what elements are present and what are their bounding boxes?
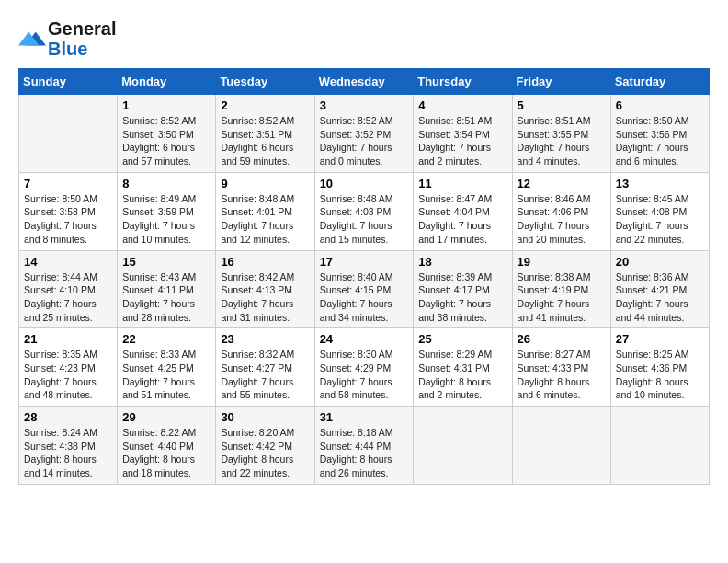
day-info: Sunrise: 8:47 AM Sunset: 4:04 PM Dayligh… bbox=[418, 192, 506, 247]
day-number: 17 bbox=[320, 255, 409, 269]
day-info: Sunrise: 8:24 AM Sunset: 4:38 PM Dayligh… bbox=[24, 426, 112, 480]
day-number: 2 bbox=[221, 98, 309, 112]
day-cell: 31Sunrise: 8:18 AM Sunset: 4:44 PM Dayli… bbox=[314, 407, 414, 485]
day-cell bbox=[19, 95, 118, 173]
day-cell: 24Sunrise: 8:30 AM Sunset: 4:29 PM Dayli… bbox=[314, 328, 414, 407]
day-info: Sunrise: 8:39 AM Sunset: 4:17 PM Dayligh… bbox=[418, 270, 506, 325]
day-number: 31 bbox=[320, 410, 409, 424]
day-number: 13 bbox=[616, 177, 704, 190]
day-info: Sunrise: 8:45 AM Sunset: 4:08 PM Dayligh… bbox=[616, 192, 704, 247]
day-cell: 8Sunrise: 8:49 AM Sunset: 3:59 PM Daylig… bbox=[118, 172, 216, 250]
day-info: Sunrise: 8:27 AM Sunset: 4:33 PM Dayligh… bbox=[518, 348, 606, 402]
day-info: Sunrise: 8:29 AM Sunset: 4:31 PM Dayligh… bbox=[418, 348, 506, 402]
calendar-header-row: SundayMondayTuesdayWednesdayThursdayFrid… bbox=[19, 69, 710, 95]
calendar-table: SundayMondayTuesdayWednesdayThursdayFrid… bbox=[18, 68, 710, 485]
logo-text: General Blue bbox=[48, 18, 116, 59]
column-header-sunday: Sunday bbox=[19, 69, 118, 95]
day-info: Sunrise: 8:30 AM Sunset: 4:29 PM Dayligh… bbox=[320, 348, 409, 402]
column-header-thursday: Thursday bbox=[414, 69, 512, 95]
day-info: Sunrise: 8:48 AM Sunset: 4:01 PM Dayligh… bbox=[221, 192, 309, 247]
day-info: Sunrise: 8:43 AM Sunset: 4:11 PM Dayligh… bbox=[122, 270, 210, 325]
day-cell: 28Sunrise: 8:24 AM Sunset: 4:38 PM Dayli… bbox=[19, 407, 118, 485]
day-number: 10 bbox=[320, 177, 409, 190]
day-info: Sunrise: 8:44 AM Sunset: 4:10 PM Dayligh… bbox=[24, 270, 112, 325]
day-cell: 4Sunrise: 8:51 AM Sunset: 3:54 PM Daylig… bbox=[414, 95, 512, 173]
logo-icon bbox=[18, 25, 46, 52]
day-number: 25 bbox=[418, 332, 506, 346]
day-info: Sunrise: 8:20 AM Sunset: 4:42 PM Dayligh… bbox=[221, 426, 309, 480]
day-number: 1 bbox=[122, 98, 210, 112]
page-header: General Blue bbox=[18, 18, 710, 59]
week-row-4: 21Sunrise: 8:35 AM Sunset: 4:23 PM Dayli… bbox=[19, 328, 710, 407]
day-number: 12 bbox=[518, 177, 606, 190]
day-cell: 14Sunrise: 8:44 AM Sunset: 4:10 PM Dayli… bbox=[19, 250, 118, 328]
day-cell: 11Sunrise: 8:47 AM Sunset: 4:04 PM Dayli… bbox=[414, 172, 512, 250]
day-cell: 22Sunrise: 8:33 AM Sunset: 4:25 PM Dayli… bbox=[118, 328, 216, 407]
day-number: 6 bbox=[616, 98, 704, 112]
week-row-1: 1Sunrise: 8:52 AM Sunset: 3:50 PM Daylig… bbox=[19, 95, 710, 173]
day-number: 22 bbox=[122, 332, 210, 346]
day-cell bbox=[414, 407, 512, 485]
day-info: Sunrise: 8:18 AM Sunset: 4:44 PM Dayligh… bbox=[320, 426, 409, 480]
day-cell: 21Sunrise: 8:35 AM Sunset: 4:23 PM Dayli… bbox=[19, 328, 118, 407]
day-number: 19 bbox=[518, 255, 606, 269]
day-info: Sunrise: 8:38 AM Sunset: 4:19 PM Dayligh… bbox=[518, 270, 606, 325]
day-number: 16 bbox=[221, 255, 309, 269]
day-info: Sunrise: 8:51 AM Sunset: 3:55 PM Dayligh… bbox=[518, 114, 606, 168]
day-cell: 16Sunrise: 8:42 AM Sunset: 4:13 PM Dayli… bbox=[216, 250, 314, 328]
day-cell: 29Sunrise: 8:22 AM Sunset: 4:40 PM Dayli… bbox=[118, 407, 216, 485]
day-number: 18 bbox=[418, 255, 506, 269]
day-info: Sunrise: 8:40 AM Sunset: 4:15 PM Dayligh… bbox=[320, 270, 409, 325]
day-info: Sunrise: 8:50 AM Sunset: 3:56 PM Dayligh… bbox=[616, 114, 704, 168]
day-info: Sunrise: 8:49 AM Sunset: 3:59 PM Dayligh… bbox=[122, 192, 210, 247]
day-info: Sunrise: 8:36 AM Sunset: 4:21 PM Dayligh… bbox=[616, 270, 704, 325]
day-cell: 9Sunrise: 8:48 AM Sunset: 4:01 PM Daylig… bbox=[216, 172, 314, 250]
day-info: Sunrise: 8:35 AM Sunset: 4:23 PM Dayligh… bbox=[24, 348, 112, 402]
day-number: 8 bbox=[122, 177, 210, 190]
day-cell: 7Sunrise: 8:50 AM Sunset: 3:58 PM Daylig… bbox=[19, 172, 118, 250]
day-number: 4 bbox=[418, 98, 506, 112]
day-info: Sunrise: 8:52 AM Sunset: 3:51 PM Dayligh… bbox=[221, 114, 309, 168]
day-number: 27 bbox=[616, 332, 704, 346]
day-info: Sunrise: 8:48 AM Sunset: 4:03 PM Dayligh… bbox=[320, 192, 409, 247]
column-header-wednesday: Wednesday bbox=[314, 69, 414, 95]
day-cell: 10Sunrise: 8:48 AM Sunset: 4:03 PM Dayli… bbox=[314, 172, 414, 250]
day-cell: 5Sunrise: 8:51 AM Sunset: 3:55 PM Daylig… bbox=[512, 95, 610, 173]
day-cell: 15Sunrise: 8:43 AM Sunset: 4:11 PM Dayli… bbox=[118, 250, 216, 328]
day-cell: 27Sunrise: 8:25 AM Sunset: 4:36 PM Dayli… bbox=[610, 328, 709, 407]
day-number: 7 bbox=[24, 177, 112, 190]
day-info: Sunrise: 8:46 AM Sunset: 4:06 PM Dayligh… bbox=[518, 192, 606, 247]
day-info: Sunrise: 8:52 AM Sunset: 3:52 PM Dayligh… bbox=[320, 114, 409, 168]
day-cell: 17Sunrise: 8:40 AM Sunset: 4:15 PM Dayli… bbox=[314, 250, 414, 328]
day-number: 21 bbox=[24, 332, 112, 346]
day-info: Sunrise: 8:50 AM Sunset: 3:58 PM Dayligh… bbox=[24, 192, 112, 247]
day-info: Sunrise: 8:42 AM Sunset: 4:13 PM Dayligh… bbox=[221, 270, 309, 325]
day-cell: 6Sunrise: 8:50 AM Sunset: 3:56 PM Daylig… bbox=[610, 95, 709, 173]
day-cell: 3Sunrise: 8:52 AM Sunset: 3:52 PM Daylig… bbox=[314, 95, 414, 173]
column-header-friday: Friday bbox=[512, 69, 610, 95]
day-cell bbox=[512, 407, 610, 485]
day-cell: 12Sunrise: 8:46 AM Sunset: 4:06 PM Dayli… bbox=[512, 172, 610, 250]
day-info: Sunrise: 8:25 AM Sunset: 4:36 PM Dayligh… bbox=[616, 348, 704, 402]
day-number: 15 bbox=[122, 255, 210, 269]
column-header-saturday: Saturday bbox=[610, 69, 709, 95]
day-info: Sunrise: 8:52 AM Sunset: 3:50 PM Dayligh… bbox=[122, 114, 210, 168]
day-info: Sunrise: 8:33 AM Sunset: 4:25 PM Dayligh… bbox=[122, 348, 210, 402]
day-info: Sunrise: 8:51 AM Sunset: 3:54 PM Dayligh… bbox=[418, 114, 506, 168]
day-number: 5 bbox=[518, 98, 606, 112]
day-number: 26 bbox=[518, 332, 606, 346]
day-number: 11 bbox=[418, 177, 506, 190]
day-cell: 20Sunrise: 8:36 AM Sunset: 4:21 PM Dayli… bbox=[610, 250, 709, 328]
week-row-2: 7Sunrise: 8:50 AM Sunset: 3:58 PM Daylig… bbox=[19, 172, 710, 250]
week-row-5: 28Sunrise: 8:24 AM Sunset: 4:38 PM Dayli… bbox=[19, 407, 710, 485]
day-number: 20 bbox=[616, 255, 704, 269]
day-cell: 13Sunrise: 8:45 AM Sunset: 4:08 PM Dayli… bbox=[610, 172, 709, 250]
day-info: Sunrise: 8:32 AM Sunset: 4:27 PM Dayligh… bbox=[221, 348, 309, 402]
day-number: 28 bbox=[24, 410, 112, 424]
column-header-monday: Monday bbox=[118, 69, 216, 95]
day-cell: 25Sunrise: 8:29 AM Sunset: 4:31 PM Dayli… bbox=[414, 328, 512, 407]
day-number: 23 bbox=[221, 332, 309, 346]
day-number: 3 bbox=[320, 98, 409, 112]
day-cell: 18Sunrise: 8:39 AM Sunset: 4:17 PM Dayli… bbox=[414, 250, 512, 328]
day-number: 14 bbox=[24, 255, 112, 269]
